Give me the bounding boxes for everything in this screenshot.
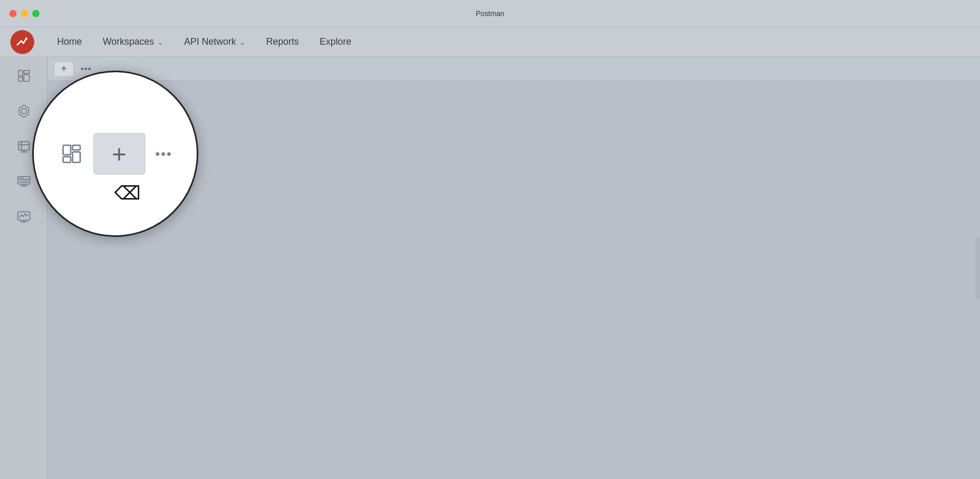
api-network-chevron-icon: ⌄ xyxy=(239,38,246,46)
apis-icon xyxy=(17,104,31,118)
nav-bar: Home Workspaces ⌄ API Network ⌄ Reports … xyxy=(0,27,980,57)
scrollbar[interactable] xyxy=(976,237,980,299)
svg-point-0 xyxy=(25,37,27,39)
svg-rect-24 xyxy=(72,145,80,150)
nav-items: Home Workspaces ⌄ API Network ⌄ Reports … xyxy=(47,32,970,51)
zoom-more-dot-3 xyxy=(167,152,171,156)
main-area: + xyxy=(0,57,980,479)
nav-home[interactable]: Home xyxy=(47,32,92,51)
minimize-button[interactable] xyxy=(21,10,28,17)
svg-rect-23 xyxy=(63,157,71,163)
collections-icon xyxy=(17,69,31,83)
content-area: + xyxy=(48,57,980,479)
svg-rect-2 xyxy=(18,77,22,81)
svg-rect-25 xyxy=(72,152,80,162)
nav-workspaces[interactable]: Workspaces ⌄ xyxy=(92,32,174,51)
zoom-add-tab-button[interactable]: + xyxy=(93,133,145,175)
zoom-more-options xyxy=(156,152,171,156)
svg-rect-4 xyxy=(24,75,30,82)
new-tab-button[interactable]: + xyxy=(54,61,74,77)
monitors-icon xyxy=(17,210,31,224)
zoom-inner: + xyxy=(60,133,171,175)
more-dot-3 xyxy=(88,68,91,70)
zoom-more-dot-1 xyxy=(156,152,159,156)
environments-icon xyxy=(17,139,31,154)
maximize-button[interactable] xyxy=(32,10,39,17)
window-title: Postman xyxy=(475,9,504,18)
title-bar: Postman xyxy=(0,0,980,27)
logo-icon xyxy=(16,35,29,49)
more-dot-1 xyxy=(81,68,84,70)
nav-api-network[interactable]: API Network ⌄ xyxy=(174,32,256,51)
sidebar-item-apis[interactable] xyxy=(13,101,34,122)
svg-rect-22 xyxy=(63,145,71,155)
window-controls xyxy=(9,10,39,17)
svg-rect-7 xyxy=(18,142,29,150)
zoom-overlay: + ⌫ xyxy=(32,71,198,237)
svg-marker-5 xyxy=(19,105,29,117)
workspaces-chevron-icon: ⌄ xyxy=(157,38,164,46)
svg-rect-16 xyxy=(19,181,28,182)
svg-marker-6 xyxy=(21,108,26,114)
tab-bar: + xyxy=(48,57,980,81)
cursor-hand: ⌫ xyxy=(114,182,141,204)
more-dot-2 xyxy=(85,68,87,70)
mock-servers-icon xyxy=(17,175,31,189)
svg-rect-3 xyxy=(24,71,30,74)
zoom-collections-icon xyxy=(60,142,83,165)
sidebar-item-mock-servers[interactable] xyxy=(13,171,34,192)
zoom-more-dot-2 xyxy=(161,152,165,156)
sidebar-item-environments[interactable] xyxy=(13,136,34,157)
svg-rect-1 xyxy=(18,71,22,76)
sidebar-item-monitors[interactable] xyxy=(13,207,34,228)
nav-explore[interactable]: Explore xyxy=(309,32,362,51)
close-button[interactable] xyxy=(9,10,17,17)
nav-reports[interactable]: Reports xyxy=(256,32,309,51)
sidebar-item-collections[interactable] xyxy=(13,65,34,86)
app-logo[interactable] xyxy=(10,30,34,54)
